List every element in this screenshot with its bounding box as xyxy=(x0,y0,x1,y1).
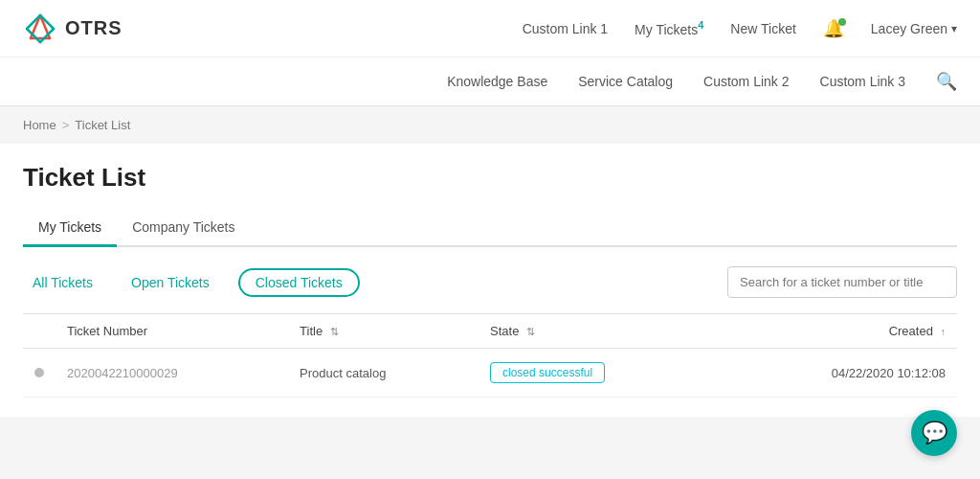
filter-buttons: All Tickets Open Tickets Closed Tickets xyxy=(23,268,360,297)
col-state[interactable]: State ⇅ xyxy=(479,314,719,349)
user-name: Lacey Green xyxy=(871,21,947,36)
header-nav-top: Custom Link 1 My Tickets4 New Ticket 🔔 L… xyxy=(523,18,957,39)
logo-text: OTRS xyxy=(65,17,122,39)
breadcrumb: Home > Ticket List xyxy=(0,106,980,144)
table-body: 2020042210000029 Product catalog closed … xyxy=(23,349,957,398)
status-indicator-dot xyxy=(34,368,44,377)
otrs-logo-icon xyxy=(23,11,57,46)
tab-company-tickets[interactable]: Company Tickets xyxy=(117,210,250,247)
title-sort-icon: ⇅ xyxy=(330,326,339,338)
nav-custom-link-2[interactable]: Custom Link 2 xyxy=(703,74,789,89)
nav-service-catalog[interactable]: Service Catalog xyxy=(578,74,673,89)
breadcrumb-home[interactable]: Home xyxy=(23,118,56,132)
new-ticket-button[interactable]: New Ticket xyxy=(730,21,795,36)
ticket-tabs: My Tickets Company Tickets xyxy=(23,210,957,247)
col-indicator xyxy=(23,314,56,349)
my-tickets-badge: 4 xyxy=(698,19,703,31)
row-indicator xyxy=(23,349,56,398)
ticket-table: Ticket Number Title ⇅ State ⇅ Created ↑ xyxy=(23,313,957,398)
nav-custom-link-3[interactable]: Custom Link 3 xyxy=(820,74,905,89)
row-title: Product catalog xyxy=(288,349,479,398)
breadcrumb-separator: > xyxy=(62,118,70,132)
bell-notification-dot xyxy=(838,18,846,26)
created-sort-icon: ↑ xyxy=(941,326,947,337)
logo-area[interactable]: OTRS xyxy=(23,11,122,46)
filter-closed-tickets[interactable]: Closed Tickets xyxy=(238,268,360,297)
state-sort-icon: ⇅ xyxy=(526,326,535,338)
nav-my-tickets[interactable]: My Tickets4 xyxy=(635,19,703,37)
table-header: Ticket Number Title ⇅ State ⇅ Created ↑ xyxy=(23,314,957,349)
header-bottom: Knowledge Base Service Catalog Custom Li… xyxy=(0,57,980,105)
col-created[interactable]: Created ↑ xyxy=(719,314,957,349)
search-icon-button[interactable]: 🔍 xyxy=(936,71,957,92)
header-top: OTRS Custom Link 1 My Tickets4 New Ticke… xyxy=(0,0,980,57)
tab-my-tickets[interactable]: My Tickets xyxy=(23,210,117,247)
bell-area[interactable]: 🔔 xyxy=(823,18,844,39)
page-title: Ticket List xyxy=(23,163,957,193)
filter-all-tickets[interactable]: All Tickets xyxy=(23,269,102,296)
header: OTRS Custom Link 1 My Tickets4 New Ticke… xyxy=(0,0,980,106)
chevron-down-icon: ▾ xyxy=(951,22,957,35)
table-row[interactable]: 2020042210000029 Product catalog closed … xyxy=(23,349,957,398)
main-content: Ticket List My Tickets Company Tickets A… xyxy=(0,144,980,417)
search-input[interactable] xyxy=(727,266,957,298)
row-ticket-number: 2020042210000029 xyxy=(56,349,288,398)
nav-custom-link-1[interactable]: Custom Link 1 xyxy=(523,21,608,36)
col-ticket-number: Ticket Number xyxy=(56,314,288,349)
search-wrapper xyxy=(727,266,957,298)
nav-knowledge-base[interactable]: Knowledge Base xyxy=(447,74,547,89)
user-area[interactable]: Lacey Green ▾ xyxy=(871,21,957,36)
row-created: 04/22/2020 10:12:08 xyxy=(719,349,957,398)
col-title[interactable]: Title ⇅ xyxy=(288,314,479,349)
filter-open-tickets[interactable]: Open Tickets xyxy=(122,269,219,296)
filter-row: All Tickets Open Tickets Closed Tickets xyxy=(23,247,957,313)
row-state: closed successful xyxy=(479,349,719,398)
breadcrumb-current: Ticket List xyxy=(75,118,130,132)
search-icon: 🔍 xyxy=(936,72,957,91)
state-badge: closed successful xyxy=(490,362,605,383)
